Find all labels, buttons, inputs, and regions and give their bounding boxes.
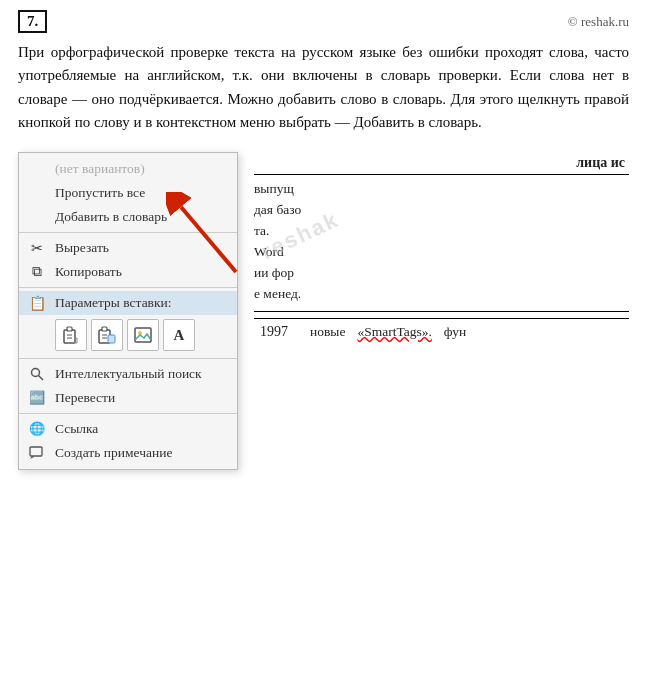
paste-icon: 📋	[27, 293, 47, 313]
doc-line-3: та.	[254, 221, 629, 242]
menu-item-add-comment[interactable]: Создать примечание	[19, 441, 237, 465]
link-icon: 🌐	[27, 419, 47, 439]
doc-text-3: та.	[254, 223, 269, 238]
paste-btn-2[interactable]	[91, 319, 123, 351]
doc-line-5: ии фор	[254, 263, 629, 284]
doc-text-6: е менед.	[254, 286, 301, 301]
top-bar: 7. © reshak.ru	[18, 10, 629, 33]
paste-btn-4[interactable]: A	[163, 319, 195, 351]
menu-item-link[interactable]: 🌐 Ссылка	[19, 417, 237, 441]
year-cell: 1997	[254, 321, 304, 343]
link-label: Ссылка	[55, 421, 98, 436]
doc-table-header: лица ис	[254, 152, 629, 174]
menu-item-smart-lookup[interactable]: Интеллектуальный поиск	[19, 362, 237, 386]
add-comment-label: Создать примечание	[55, 445, 172, 460]
doc-line-1: выпущ	[254, 179, 629, 200]
separator-2	[19, 287, 237, 288]
bottom-text-1: новые	[304, 321, 351, 343]
menu-item-skip-all[interactable]: Пропустить все	[19, 181, 237, 205]
copy-label: Копировать	[55, 264, 122, 279]
question-number: 7.	[18, 10, 47, 33]
cut-label: Вырезать	[55, 240, 109, 255]
bottom-table-row: 1997 новые «SmartTags». фун	[254, 318, 629, 343]
svg-rect-0	[64, 330, 75, 343]
skip-all-label: Пропустить все	[55, 185, 145, 200]
paste-text-label: A	[174, 327, 185, 344]
menu-item-paste-options[interactable]: 📋 Параметры вставки:	[19, 291, 237, 315]
svg-rect-8	[108, 335, 115, 343]
svg-rect-1	[67, 327, 72, 331]
content-area: (нет вариантов) Пропустить все Добавить …	[18, 152, 629, 470]
paste-format-icon-1	[61, 325, 81, 345]
add-to-dict-label: Добавить в словарь	[55, 209, 167, 224]
doc-text-2: дая базо	[254, 202, 301, 217]
menu-item-add-to-dict[interactable]: Добавить в словарь	[19, 205, 237, 229]
svg-rect-5	[102, 327, 107, 331]
svg-rect-13	[30, 447, 42, 456]
cut-icon: ✂	[27, 238, 47, 258]
context-menu: (нет вариантов) Пропустить все Добавить …	[18, 152, 238, 470]
menu-item-no-variants[interactable]: (нет вариантов)	[19, 157, 237, 181]
svg-line-12	[39, 376, 44, 381]
doc-text-5: ии фор	[254, 265, 294, 280]
separator-4	[19, 413, 237, 414]
watermark-link: © reshak.ru	[568, 14, 629, 30]
doc-divider-1	[254, 174, 629, 175]
doc-text-4: Word	[254, 244, 284, 259]
translate-label: Перевести	[55, 390, 115, 405]
doc-divider-2	[254, 311, 629, 312]
paste-btn-1[interactable]	[55, 319, 87, 351]
paste-options-label: Параметры вставки:	[55, 295, 172, 310]
doc-line-2: дая базо	[254, 200, 629, 221]
menu-item-cut[interactable]: ✂ Вырезать	[19, 236, 237, 260]
paste-btn-3[interactable]	[127, 319, 159, 351]
bottom-text-3: фун	[438, 321, 472, 343]
note-icon	[29, 445, 45, 461]
comment-icon	[27, 443, 47, 463]
no-variants-label: (нет вариантов)	[55, 161, 145, 176]
doc-line-6: е менед.	[254, 284, 629, 305]
bottom-text-2: «SmartTags».	[351, 321, 437, 343]
doc-text-1: выпущ	[254, 181, 294, 196]
doc-line-4: Word	[254, 242, 629, 263]
translate-icon: 🔤	[27, 388, 47, 408]
doc-content: reshak лица ис выпущ дая базо та. Word и…	[238, 152, 629, 470]
main-text: При орфографической проверке текста на р…	[18, 41, 629, 134]
separator-1	[19, 232, 237, 233]
copy-icon: ⧉	[27, 262, 47, 282]
smart-lookup-icon	[27, 364, 47, 384]
menu-item-translate[interactable]: 🔤 Перевести	[19, 386, 237, 410]
paste-format-icon-2	[97, 325, 117, 345]
smart-lookup-label: Интеллектуальный поиск	[55, 366, 202, 381]
separator-3	[19, 358, 237, 359]
paste-icons-row: A	[19, 315, 237, 355]
svg-rect-9	[135, 328, 151, 342]
menu-item-copy[interactable]: ⧉ Копировать	[19, 260, 237, 284]
svg-point-11	[32, 369, 40, 377]
paste-picture-icon	[133, 325, 153, 345]
search-icon	[29, 366, 45, 382]
